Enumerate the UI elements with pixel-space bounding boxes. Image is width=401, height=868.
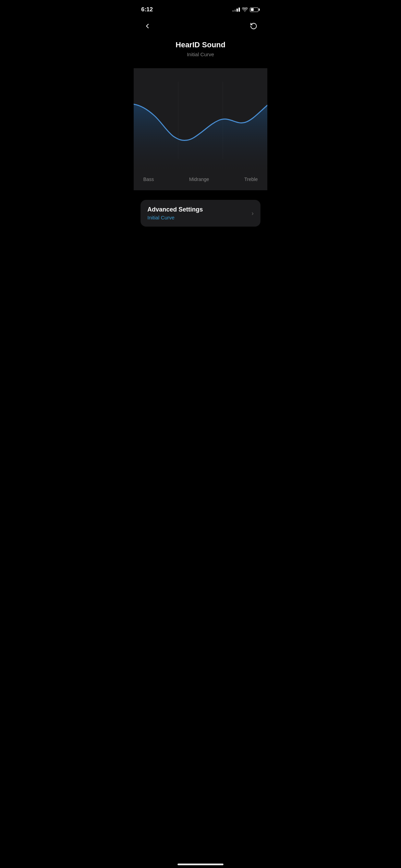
advanced-settings-card[interactable]: Advanced Settings Initial Curve › (141, 200, 260, 227)
chevron-right-icon: › (252, 210, 254, 217)
settings-card-content: Advanced Settings Initial Curve (147, 206, 203, 220)
settings-card-title: Advanced Settings (147, 206, 203, 213)
settings-card-value: Initial Curve (147, 215, 203, 220)
back-button[interactable] (141, 20, 154, 32)
settings-section: Advanced Settings Initial Curve › (134, 190, 267, 236)
chart-labels: Bass Midrange Treble (134, 171, 267, 190)
chart-section: Bass Midrange Treble (134, 68, 267, 190)
page-subtitle: Initial Curve (141, 51, 260, 57)
status-icons (232, 8, 260, 12)
battery-icon (250, 8, 260, 12)
treble-label: Treble (244, 177, 258, 182)
reset-button[interactable] (247, 20, 260, 32)
status-time: 6:12 (141, 6, 153, 13)
nav-bar (134, 17, 267, 38)
eq-chart (134, 75, 267, 171)
signal-icon (232, 8, 240, 12)
status-bar: 6:12 (134, 0, 267, 17)
wifi-icon (242, 8, 248, 12)
midrange-label: Midrange (189, 177, 209, 182)
page-header: HearID Sound Initial Curve (134, 38, 267, 68)
bass-label: Bass (143, 177, 154, 182)
eq-curve-svg (134, 75, 267, 171)
page-title: HearID Sound (141, 40, 260, 49)
